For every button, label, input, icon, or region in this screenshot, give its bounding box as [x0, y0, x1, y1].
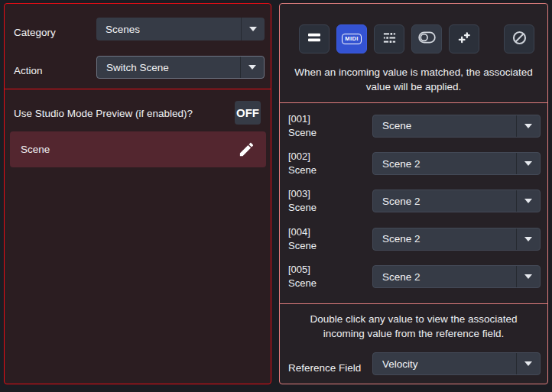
value-mode-toolbar: MIDI [299, 24, 534, 53]
row-id: [005] [288, 263, 372, 277]
incoming-value-info-text: When an incoming value is matched, the a… [291, 65, 536, 94]
row-id: [002] [288, 150, 372, 164]
value-mapping-list: [001] Scene Scene [002] Scene Scene 2 [0… [288, 107, 541, 296]
scene-field-label: Scene [21, 144, 50, 155]
sliders-icon [382, 31, 397, 48]
studio-mode-toggle-button[interactable]: OFF [235, 101, 261, 125]
equals-icon-button[interactable] [299, 24, 330, 53]
row-value-dropdown[interactable]: Scene 2 [372, 190, 541, 212]
row-id: [001] [288, 112, 372, 126]
ban-icon-button[interactable] [504, 24, 534, 53]
reference-field-dropdown[interactable]: Velocity [372, 352, 541, 375]
sliders-icon-button[interactable] [374, 24, 404, 53]
row-type: Scene [288, 277, 372, 290]
category-label: Category [14, 27, 56, 38]
action-label: Action [14, 65, 43, 76]
row-value: Scene 2 [382, 158, 420, 170]
pencil-edit-icon[interactable] [238, 141, 255, 158]
row-id: [003] [288, 187, 372, 201]
reference-field-value: Velocity [382, 358, 418, 370]
row-type: Scene [288, 201, 372, 215]
row-value-dropdown[interactable]: Scene 2 [372, 152, 541, 175]
add-multiple-icon [457, 31, 472, 48]
row-value: Scene 2 [382, 196, 420, 207]
chevron-down-icon [241, 18, 265, 40]
row-type: Scene [288, 239, 372, 253]
midi-mode-button[interactable]: MIDI [336, 24, 367, 53]
row-label: [003] Scene [288, 187, 372, 215]
studio-mode-label: Use Studio Mode Preview (if enabled)? [14, 108, 193, 119]
midi-value-panel: MIDI [279, 3, 548, 384]
equals-icon [307, 30, 322, 48]
ban-icon [511, 30, 528, 49]
toggle-icon-button[interactable] [411, 24, 442, 53]
value-mapping-row: [001] Scene Scene [288, 107, 541, 144]
chevron-down-icon [516, 153, 540, 174]
value-mapping-row: [002] Scene Scene 2 [288, 144, 541, 182]
action-config-panel: Category Scenes Action Switch Scene Use … [4, 3, 271, 384]
separator [279, 102, 548, 103]
chevron-down-icon [516, 115, 540, 137]
row-value-dropdown[interactable]: Scene 2 [372, 265, 541, 288]
row-value: Scene 2 [382, 271, 420, 283]
row-label: [001] Scene [288, 112, 372, 140]
chevron-down-icon [516, 266, 540, 287]
category-dropdown[interactable]: Scenes [96, 18, 265, 40]
chevron-down-icon [516, 353, 540, 374]
double-click-info-text: Double click any value to view the assoc… [297, 312, 531, 341]
chevron-down-icon [516, 190, 540, 212]
row-label: [004] Scene [288, 225, 372, 253]
reference-field-label: Reference Field [288, 362, 361, 374]
value-mapping-row: [003] Scene Scene 2 [288, 183, 541, 220]
category-dropdown-value: Scenes [106, 24, 140, 35]
value-mapping-row: [004] Scene Scene 2 [288, 220, 541, 258]
action-dropdown[interactable]: Switch Scene [96, 56, 265, 79]
row-id: [004] [288, 225, 372, 239]
row-value: Scene 2 [382, 233, 420, 245]
scene-field-row[interactable]: Scene [10, 131, 266, 167]
row-type: Scene [288, 126, 372, 140]
row-value: Scene [382, 120, 411, 131]
value-mapping-row: [005] Scene Scene 2 [288, 258, 541, 296]
action-dropdown-value: Switch Scene [106, 62, 169, 73]
separator [279, 303, 548, 304]
row-type: Scene [288, 164, 372, 177]
studio-mode-toggle-state: OFF [236, 106, 259, 119]
add-multiple-icon-button[interactable] [449, 24, 479, 53]
row-value-dropdown[interactable]: Scene [372, 115, 541, 138]
row-value-dropdown[interactable]: Scene 2 [372, 228, 541, 251]
chevron-down-icon [516, 228, 540, 250]
row-label: [005] Scene [288, 263, 372, 290]
toggle-icon [418, 31, 436, 47]
chevron-down-icon [240, 57, 264, 78]
row-label: [002] Scene [288, 150, 372, 177]
red-separator [4, 89, 271, 89]
midi-icon: MIDI [342, 34, 361, 44]
